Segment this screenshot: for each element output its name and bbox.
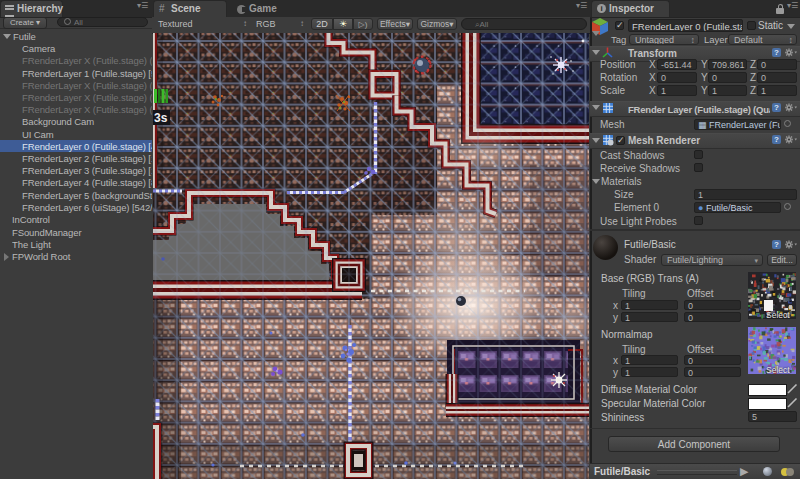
svg-text:3s: 3s: [154, 111, 168, 125]
